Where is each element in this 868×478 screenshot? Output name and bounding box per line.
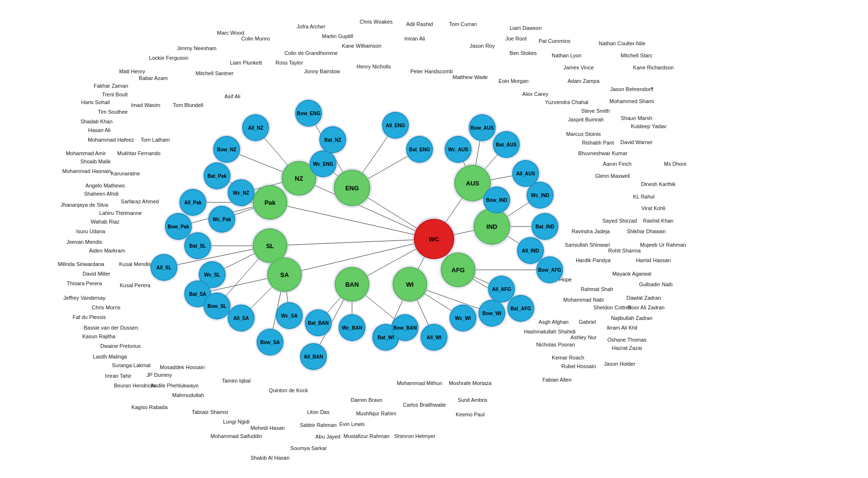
player-label: Najibullah Zadran bbox=[611, 315, 652, 321]
node-bow_nz[interactable]: Bow_NZ bbox=[213, 136, 240, 163]
node-all_eng[interactable]: All_ENG bbox=[382, 112, 409, 139]
player-label: Tabraiz Shamsi bbox=[191, 409, 228, 415]
player-label: Yuzvendra Chahal bbox=[545, 99, 588, 105]
node-eng[interactable]: ENG bbox=[334, 170, 370, 206]
player-label: Rishabh Pant bbox=[582, 140, 614, 146]
player-label: Hashmatullah Shahidi bbox=[524, 329, 575, 334]
player-label: Henry Nicholls bbox=[357, 64, 391, 69]
player-label: Samiullah Shinwari bbox=[565, 242, 610, 248]
player-label: Aaron Finch bbox=[603, 161, 631, 167]
node-bat_sl[interactable]: Bat_SL bbox=[184, 232, 211, 259]
player-label: Liam Dawson bbox=[510, 25, 542, 31]
node-wc_eng[interactable]: Wc_ENG bbox=[310, 150, 337, 177]
player-label: Pat Cummins bbox=[539, 38, 570, 44]
node-wc_sa[interactable]: Wc_SA bbox=[276, 302, 303, 329]
player-label: Adil Rashid bbox=[406, 21, 433, 27]
player-label: Quinton de Kock bbox=[269, 387, 308, 393]
node-pak[interactable]: Pak bbox=[253, 185, 287, 220]
player-label: Jonny Bairstow bbox=[304, 68, 340, 74]
player-label: Matt Henry bbox=[119, 68, 145, 74]
player-label: Evin Lewis bbox=[339, 421, 365, 427]
node-all_ban[interactable]: All_BAN bbox=[300, 343, 327, 370]
player-label: KL Rahul bbox=[633, 194, 655, 199]
player-label: Mehedi Hasan bbox=[251, 425, 285, 431]
node-bow_ban[interactable]: Bow_BAN bbox=[392, 314, 419, 341]
node-bow_sa[interactable]: Bow_SA bbox=[257, 329, 284, 356]
node-bat_afg[interactable]: Bat_AFG bbox=[507, 295, 534, 322]
node-bat_aus[interactable]: Bat_AUS bbox=[493, 131, 520, 158]
node-bat_pak[interactable]: Bat_Pak bbox=[203, 162, 231, 189]
player-label: Nathan Lyon bbox=[552, 53, 582, 58]
node-all_sl[interactable]: All_SL bbox=[150, 254, 177, 281]
player-label: Angelo Mathews bbox=[85, 183, 124, 188]
player-label: Milinda Siriwardana bbox=[58, 261, 104, 267]
node-all_ind[interactable]: All_IND bbox=[517, 237, 544, 264]
player-label: Kane Richardson bbox=[633, 65, 674, 70]
node-wc_aus[interactable]: Wc_AUS bbox=[445, 136, 472, 163]
player-label: Lasith Malinga bbox=[93, 354, 127, 359]
node-wc[interactable]: WC bbox=[414, 219, 454, 259]
node-all_sa[interactable]: All_SA bbox=[228, 305, 255, 332]
player-label: Asgh Afghan bbox=[539, 319, 569, 325]
node-bat_ban[interactable]: Bat_BAN bbox=[305, 309, 332, 336]
player-label: Hazrat Zazai bbox=[612, 345, 642, 351]
player-label: Wahab Riaz bbox=[91, 219, 120, 225]
player-label: Jeevan Mendis bbox=[67, 239, 102, 245]
player-label: Suranga Lakmal bbox=[112, 362, 150, 368]
node-bat_ind[interactable]: Bat_IND bbox=[531, 213, 558, 240]
node-bow_ind[interactable]: Bow_IND bbox=[483, 186, 510, 213]
player-label: Beuran Hendricks bbox=[114, 383, 156, 388]
player-label: Sayed Shirzad bbox=[602, 218, 637, 224]
player-label: Jimmy Neesham bbox=[177, 45, 217, 51]
node-bat_nz[interactable]: Bat_NZ bbox=[319, 126, 346, 153]
player-label: Kasun Rajitha bbox=[82, 333, 116, 339]
node-all_aus[interactable]: All_AUS bbox=[512, 160, 539, 187]
player-label: Jofra Archer bbox=[297, 24, 325, 29]
node-sa[interactable]: SA bbox=[267, 257, 302, 292]
player-label: Nicholas Pooran bbox=[536, 342, 575, 347]
player-label: Hasan Ali bbox=[88, 127, 110, 133]
player-label: Mosaddek Hossain bbox=[160, 364, 205, 370]
player-label: Rahmat Shah bbox=[581, 286, 613, 292]
player-label: Nathan Coulter-Nile bbox=[599, 40, 646, 46]
player-label: Asif Ali bbox=[224, 93, 240, 99]
player-label: Soumya Sarkar bbox=[290, 445, 327, 451]
node-bow_wi[interactable]: Bow_WI bbox=[478, 300, 505, 327]
node-bow_afg[interactable]: Bow_AFG bbox=[536, 256, 563, 283]
player-label: Mustafizur Rahman bbox=[343, 433, 389, 439]
node-wc_ban[interactable]: Wc_BAN bbox=[339, 314, 366, 341]
player-label: Kuldeep Yadav bbox=[631, 123, 666, 129]
node-wc_wi[interactable]: Wc_WI bbox=[449, 305, 476, 332]
player-label: Marc Wood bbox=[217, 30, 244, 36]
player-label: JP Duminy bbox=[147, 372, 172, 378]
node-wc_pak[interactable]: Wc_Pak bbox=[208, 206, 235, 233]
node-all_wi[interactable]: All_WI bbox=[420, 324, 448, 351]
player-label: Jasprit Bumrah bbox=[568, 117, 604, 122]
player-label: Shimron Hetmyer bbox=[394, 433, 435, 439]
node-bow_sl[interactable]: Bow_SL bbox=[203, 292, 231, 319]
player-label: Moshrafe Mortaza bbox=[449, 380, 492, 386]
node-bow_aus[interactable]: Bow_AUS bbox=[469, 114, 496, 141]
network-graph: WCENGNZPakSLSABANWIAFGINDAUSBow_ENGAll_N… bbox=[0, 0, 868, 478]
node-wi[interactable]: WI bbox=[393, 267, 427, 302]
node-wc_nz[interactable]: Wc_NZ bbox=[228, 179, 255, 206]
player-label: Tom Latham bbox=[141, 137, 170, 143]
node-ind[interactable]: IND bbox=[474, 208, 510, 245]
player-label: Mitchell Santner bbox=[196, 70, 234, 76]
player-label: Ben Stokes bbox=[510, 50, 537, 56]
node-afg[interactable]: AFG bbox=[441, 252, 475, 287]
node-bow_eng[interactable]: Bow_ENG bbox=[295, 100, 322, 127]
player-label: Tom Blundell bbox=[173, 102, 203, 108]
node-ban[interactable]: BAN bbox=[335, 267, 369, 302]
player-label: Mohammed Shami bbox=[610, 98, 654, 104]
player-label: Abu Jayed bbox=[315, 434, 340, 439]
player-label: Imad Wasim bbox=[131, 102, 161, 108]
player-label: Mushfiqur Rahim bbox=[356, 411, 396, 416]
player-label: Shaun Marsh bbox=[621, 115, 652, 121]
player-label: Chris Morris bbox=[92, 305, 120, 310]
player-label: Faf du Plessis bbox=[72, 314, 106, 320]
node-all_nz[interactable]: All_NZ bbox=[242, 114, 269, 141]
player-label: Steve Smith bbox=[581, 108, 610, 114]
node-bat_eng[interactable]: Bat_ENG bbox=[406, 136, 433, 163]
node-all_pak[interactable]: All_Pak bbox=[179, 189, 206, 216]
